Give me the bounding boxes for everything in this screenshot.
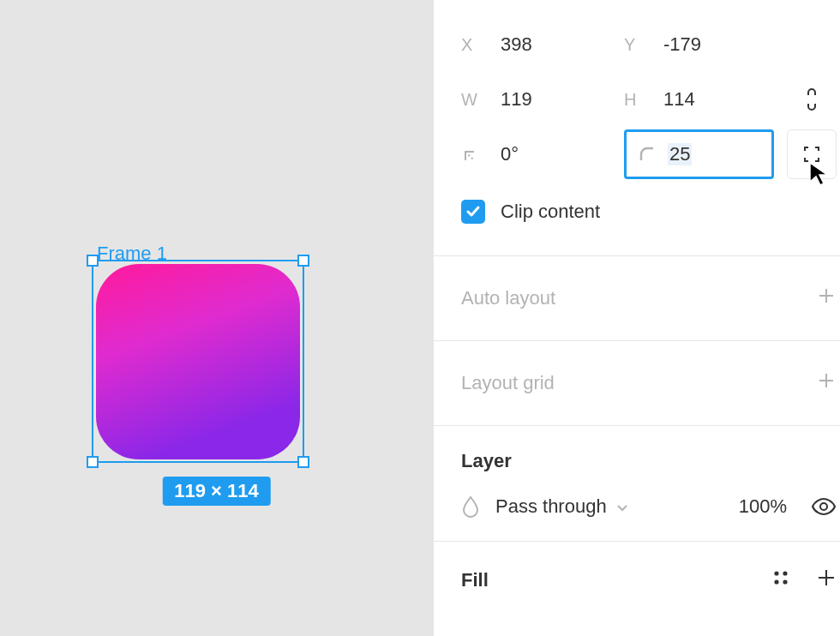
rotation-value[interactable]: 0° <box>501 143 519 165</box>
w-value[interactable]: 119 <box>501 88 532 111</box>
layer-title: Layer <box>461 426 837 472</box>
selection-bounds[interactable] <box>92 260 304 463</box>
resize-handle-bottom-right[interactable] <box>297 456 309 468</box>
y-label: Y <box>624 35 645 55</box>
clip-content-checkbox[interactable] <box>461 200 485 224</box>
inspector-panel: X 398 Y -179 W 119 H 114 <box>433 0 840 636</box>
svg-point-4 <box>783 579 787 584</box>
chevron-down-icon <box>615 495 629 518</box>
svg-point-2 <box>783 571 787 575</box>
opacity-input[interactable]: 100% <box>710 495 787 518</box>
fill-section: Fill <box>434 542 840 610</box>
auto-layout-section[interactable]: Auto layout <box>434 256 840 340</box>
svg-point-1 <box>774 571 778 575</box>
y-field[interactable]: Y -179 <box>624 33 787 56</box>
canvas[interactable]: Frame 1 119 × 114 <box>0 0 433 636</box>
add-layout-grid-button[interactable] <box>816 370 837 396</box>
resize-handle-top-right[interactable] <box>297 255 309 267</box>
corner-radius-input[interactable]: 25 <box>624 129 774 179</box>
width-field[interactable]: W 119 <box>461 88 624 111</box>
height-field[interactable]: H 114 <box>624 88 787 111</box>
blend-mode-icon <box>461 495 480 518</box>
independent-corners-button[interactable] <box>787 129 837 179</box>
resize-handle-top-left[interactable] <box>87 255 99 267</box>
rotation-field[interactable]: 0° <box>461 143 624 165</box>
x-label: X <box>461 35 482 55</box>
corner-radius-icon <box>639 146 656 163</box>
visibility-toggle[interactable] <box>802 497 837 516</box>
clip-content-label: Clip content <box>501 201 600 223</box>
size-badge: 119 × 114 <box>162 477 270 506</box>
h-value[interactable]: 114 <box>663 88 695 111</box>
fill-title: Fill <box>461 569 489 591</box>
layout-grid-section[interactable]: Layout grid <box>434 341 840 425</box>
selected-frame-shape[interactable] <box>96 264 300 459</box>
layer-section: Layer Pass through 100% <box>434 426 840 541</box>
y-value[interactable]: -179 <box>663 33 701 56</box>
resize-handle-bottom-left[interactable] <box>87 456 99 468</box>
blend-mode-value: Pass through <box>495 495 607 518</box>
rotation-icon <box>461 146 482 163</box>
add-fill-button[interactable] <box>816 567 837 593</box>
corner-radius-value[interactable]: 25 <box>668 143 692 165</box>
blend-mode-select[interactable]: Pass through <box>495 495 694 518</box>
constrain-proportions-button[interactable] <box>787 75 837 124</box>
svg-point-0 <box>820 503 827 510</box>
auto-layout-label: Auto layout <box>461 287 555 309</box>
x-value[interactable]: 398 <box>501 33 532 56</box>
w-label: W <box>461 90 482 110</box>
add-auto-layout-button[interactable] <box>816 285 837 311</box>
layout-grid-label: Layout grid <box>461 372 555 394</box>
x-field[interactable]: X 398 <box>461 33 624 56</box>
h-label: H <box>624 90 645 110</box>
svg-point-3 <box>774 579 778 584</box>
style-picker-button[interactable] <box>771 568 790 592</box>
